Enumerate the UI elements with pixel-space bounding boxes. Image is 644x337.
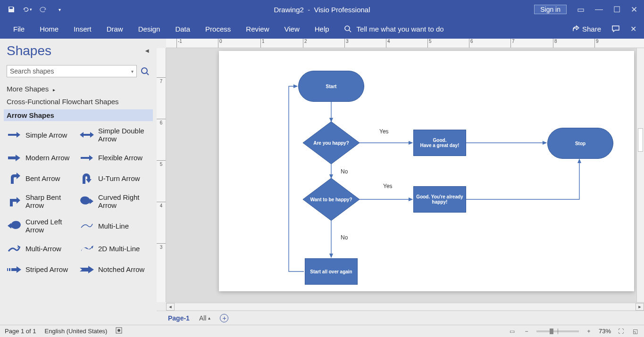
- zoom-in-icon[interactable]: +: [585, 328, 593, 335]
- more-shapes[interactable]: More Shapes ▸: [7, 85, 150, 93]
- arrow-icon: [79, 152, 94, 164]
- collapse-pane-icon[interactable]: ◄: [144, 47, 150, 54]
- arrow-icon: [7, 263, 22, 276]
- tab-file[interactable]: File: [6, 20, 32, 38]
- tab-review[interactable]: Review: [238, 20, 276, 38]
- stencil-arrow-shapes[interactable]: Arrow Shapes: [4, 109, 153, 121]
- connector-label-no: No: [341, 168, 348, 175]
- shape-flexible-arrow[interactable]: Flexible Arrow: [79, 152, 150, 164]
- tab-draw[interactable]: Draw: [99, 20, 131, 38]
- ribbon-display-options-icon[interactable]: ▭: [577, 5, 585, 15]
- zoom-slider[interactable]: [536, 330, 579, 332]
- zoom-thumb[interactable]: [550, 329, 553, 334]
- stencil-cross-functional[interactable]: Cross-Functional Flowchart Shapes: [7, 98, 150, 106]
- arrow-icon: [7, 220, 22, 232]
- shape-label: Notched Arrow: [98, 265, 144, 273]
- pan-zoom-window-icon[interactable]: ◱: [631, 328, 639, 335]
- flowchart-decision-want-happy[interactable]: Want to be happy?: [303, 178, 360, 221]
- zoom-level[interactable]: 73%: [599, 328, 611, 335]
- shape-multi-line[interactable]: Multi-Line: [79, 218, 150, 234]
- arrow-icon: [79, 243, 94, 255]
- horizontal-scrollbar[interactable]: ◄ ►: [166, 302, 644, 311]
- search-shapes-input[interactable]: Search shapes ▾: [7, 65, 137, 77]
- shape-label: U-Turn Arrow: [98, 174, 140, 182]
- shape-modern-arrow[interactable]: Modern Arrow: [7, 152, 77, 164]
- signin-button[interactable]: Sign in: [534, 5, 567, 14]
- close-icon[interactable]: ✕: [631, 5, 637, 15]
- title-bar: ▾ ▾ Drawing2 - Visio Professional Sign i…: [0, 0, 644, 19]
- share-button[interactable]: Share: [572, 25, 601, 33]
- redo-icon[interactable]: [39, 5, 48, 14]
- shape-bent-arrow[interactable]: Bent Arrow: [7, 173, 77, 185]
- page-surface[interactable]: Start Are you happy? Yes No Good.Have a …: [219, 51, 634, 291]
- ruler-tick: 6: [157, 119, 166, 125]
- shape-label: Simple Arrow: [25, 131, 67, 139]
- comments-icon[interactable]: [611, 25, 620, 33]
- undo-icon[interactable]: ▾: [23, 5, 32, 14]
- tab-insert[interactable]: Insert: [66, 20, 99, 38]
- minimize-icon[interactable]: —: [595, 5, 603, 14]
- tab-help[interactable]: Help: [307, 20, 337, 38]
- svg-point-2: [142, 68, 147, 74]
- shape-label: Multi-Line: [98, 222, 129, 230]
- vertical-ruler: 7 6 5 4 3: [157, 48, 166, 302]
- title-right: Sign in ▭ — ☐ ✕: [534, 5, 644, 15]
- maximize-icon[interactable]: ☐: [613, 5, 620, 15]
- shape-2d-multi-line[interactable]: 2D Multi-Line: [79, 243, 150, 255]
- tab-data[interactable]: Data: [167, 20, 198, 38]
- shape-multi-arrow[interactable]: Multi-Arrow: [7, 243, 77, 255]
- shape-text: Good. You're alreadyhappy!: [416, 194, 463, 205]
- tell-me[interactable]: Tell me what you want to do: [343, 25, 444, 33]
- shape-striped-arrow[interactable]: Striped Arrow: [7, 263, 77, 276]
- shape-simple-double-arrow[interactable]: Simple Double Arrow: [79, 127, 150, 143]
- shape-curved-left-arrow[interactable]: Curved Left Arrow: [7, 218, 77, 234]
- search-icon[interactable]: [140, 66, 150, 76]
- scroll-thumb[interactable]: [638, 128, 643, 152]
- shapes-pane: ◄ Shapes Search shapes ▾ More Shapes ▸ C…: [0, 39, 157, 325]
- tab-design[interactable]: Design: [131, 20, 168, 38]
- ribbon-tabs: File Home Insert Draw Design Data Proces…: [0, 19, 644, 39]
- presentation-mode-icon[interactable]: ▭: [508, 328, 517, 335]
- shape-simple-arrow[interactable]: Simple Arrow: [7, 127, 77, 143]
- all-pages[interactable]: All ▴: [199, 314, 211, 322]
- flowchart-process-already-happy[interactable]: Good. You're alreadyhappy!: [413, 186, 466, 213]
- flowchart-decision-happy[interactable]: Are you happy?: [303, 122, 360, 164]
- ruler-tick: 2: [303, 39, 307, 48]
- shape-label: Curved Left Arrow: [25, 218, 77, 234]
- qat-customize-icon[interactable]: ▾: [55, 5, 64, 14]
- shape-sharp-bent-arrow[interactable]: Sharp Bent Arrow: [7, 193, 77, 210]
- page-tab-1[interactable]: Page-1: [168, 314, 190, 322]
- svg-point-15: [117, 329, 120, 332]
- scroll-right-icon[interactable]: ►: [636, 303, 644, 311]
- quick-access-toolbar: ▾ ▾: [0, 5, 64, 14]
- language-indicator[interactable]: English (United States): [45, 328, 108, 335]
- shape-uturn-arrow[interactable]: U-Turn Arrow: [79, 173, 150, 185]
- zoom-out-icon[interactable]: −: [522, 328, 531, 335]
- arrow-icon: [7, 173, 22, 185]
- save-icon[interactable]: [7, 5, 16, 14]
- ruler-tick: 5: [427, 39, 432, 48]
- tab-view[interactable]: View: [276, 20, 307, 38]
- shape-notched-arrow[interactable]: Notched Arrow: [79, 263, 150, 276]
- flowchart-process-start-over[interactable]: Start all over again: [305, 258, 358, 285]
- shape-text: Want to be happy?: [304, 197, 358, 202]
- shape-curved-right-arrow[interactable]: Curved Right Arrow: [79, 193, 150, 210]
- tab-home[interactable]: Home: [32, 20, 66, 38]
- scroll-left-icon[interactable]: ◄: [166, 303, 175, 311]
- macro-record-icon[interactable]: [116, 327, 122, 335]
- flowchart-stop[interactable]: Stop: [547, 128, 613, 159]
- dropdown-icon[interactable]: ▾: [131, 69, 134, 74]
- vertical-scrollbar[interactable]: [636, 48, 644, 302]
- flowchart-process-good-day[interactable]: Good.Have a great day!: [413, 130, 466, 156]
- add-page-button[interactable]: +: [220, 314, 228, 322]
- shape-text: Start: [326, 84, 337, 89]
- fit-page-icon[interactable]: ⛶: [617, 328, 625, 335]
- tab-process[interactable]: Process: [198, 20, 238, 38]
- ruler-tick: 3: [157, 243, 166, 250]
- status-bar: Page 1 of 1 English (United States) ▭ − …: [0, 325, 644, 337]
- arrow-icon: [7, 195, 22, 207]
- flowchart-start[interactable]: Start: [298, 71, 364, 102]
- close-ribbon-icon[interactable]: ✕: [630, 25, 636, 33]
- drawing-canvas[interactable]: Start Are you happy? Yes No Good.Have a …: [166, 48, 644, 302]
- scroll-track[interactable]: [175, 303, 636, 311]
